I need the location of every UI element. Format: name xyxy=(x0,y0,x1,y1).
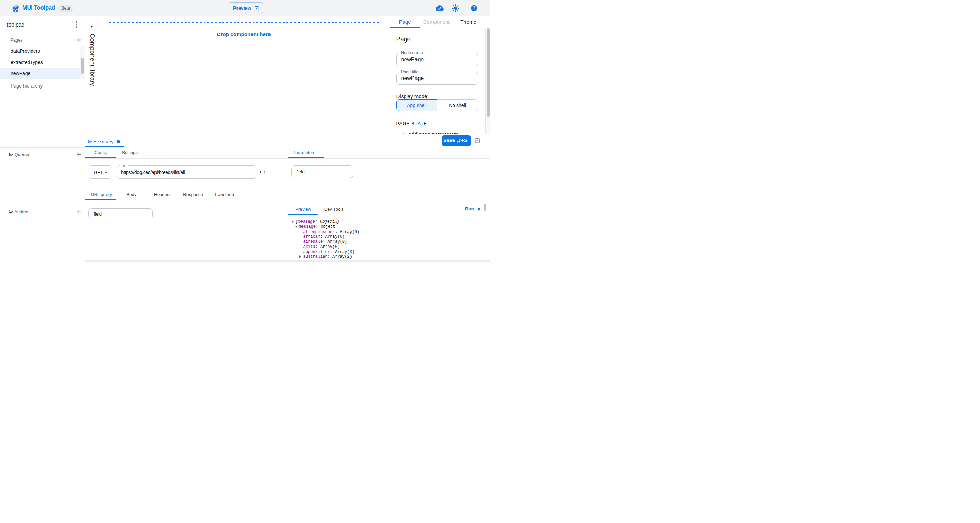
svg-text:?: ? xyxy=(473,6,476,11)
